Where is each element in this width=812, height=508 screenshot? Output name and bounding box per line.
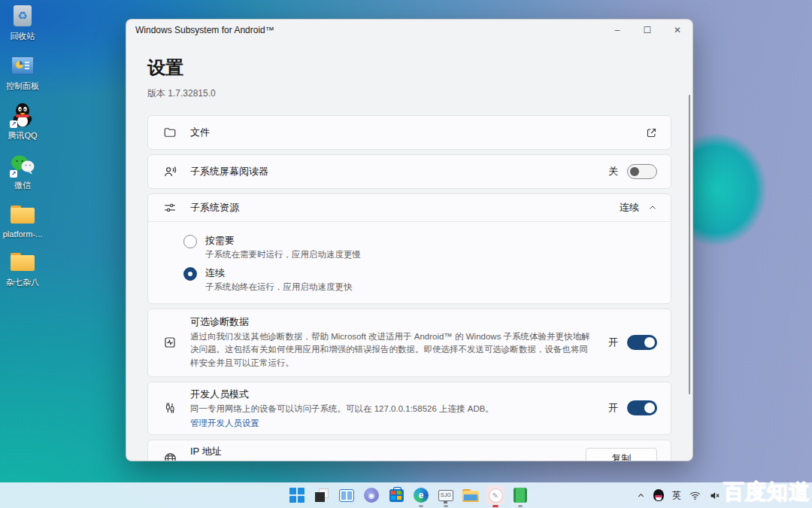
start-button[interactable]: [288, 486, 306, 504]
tray-chevron-up-icon[interactable]: [637, 491, 645, 500]
input-method-indicator[interactable]: 英: [672, 489, 681, 502]
ip-address-value: 172.18.214.42: [190, 460, 246, 461]
sliders-icon: [162, 199, 178, 216]
watermark: 百度知道: [723, 478, 810, 506]
desktop-icon-label: 腾讯QQ: [8, 130, 37, 141]
folder-icon: [10, 249, 35, 275]
diagnostic-desc: 通过向我们发送其他诊断数据，帮助 Microsoft 改进适用于 Android…: [190, 330, 596, 370]
globe-icon: [162, 451, 178, 461]
themed-app-icon[interactable]: [313, 486, 331, 504]
developer-mode-label: 开发人员模式: [190, 388, 494, 401]
developer-mode-icon: [162, 400, 178, 416]
ip-address-label: IP 地址: [190, 445, 246, 458]
desktop: ♻ 回收站 控制面板 ↗ 腾讯QQ ↗ 微信: [0, 0, 812, 508]
recycle-bin-icon: ♻: [10, 3, 35, 29]
wechat-icon: ↗: [10, 152, 35, 178]
diagnostic-state: 开: [608, 336, 618, 349]
folder-icon: [10, 202, 35, 227]
maximize-button[interactable]: ☐: [632, 20, 662, 41]
desktop-icon-wechat[interactable]: ↗ 微信: [2, 152, 44, 191]
copy-button[interactable]: 复制: [586, 448, 657, 461]
desktop-icon-control-panel[interactable]: 控制面板: [2, 53, 44, 92]
desktop-icon-label: 回收站: [11, 31, 35, 42]
window-scrollbar[interactable]: [689, 95, 690, 394]
files-label: 文件: [190, 126, 210, 139]
card-diagnostic-data: 可选诊断数据 通过向我们发送其他诊断数据，帮助 Microsoft 改进适用于 …: [147, 309, 671, 377]
subsystem-resources-label: 子系统资源: [190, 201, 239, 214]
tray-qq-icon[interactable]: [653, 489, 664, 501]
radio-unchecked-icon[interactable]: [183, 235, 197, 248]
subsystem-resources-options: 按需要 子系统在需要时运行，应用启动速度更慢 连续 子系统始终在运行，应用启动速…: [148, 221, 671, 303]
taskbar: ◉ e S⅃G ✎ 英: [0, 482, 812, 508]
file-explorer-icon[interactable]: [462, 486, 480, 504]
edge-browser-icon[interactable]: e: [412, 486, 430, 504]
manage-developer-settings-link[interactable]: 管理开发人员设置: [190, 418, 494, 429]
qq-penguin-icon: ↗: [10, 102, 35, 128]
screen-capture-app-icon[interactable]: S⅃G: [437, 486, 455, 504]
subsystem-resources-value: 连续: [620, 201, 639, 214]
control-panel-icon: [10, 53, 35, 78]
card-subsystem-resources: 子系统资源 连续 按需要 子系统在需要时运行，应用启动速度更慢: [147, 193, 671, 304]
card-screen-reader: 子系统屏幕阅读器 关: [147, 154, 671, 189]
subsystem-resources-header[interactable]: 子系统资源 连续: [148, 194, 671, 221]
active-sketch-app-icon[interactable]: ✎: [486, 486, 504, 504]
desktop-icon-label: 控制面板: [6, 81, 39, 92]
window-title: Windows Subsystem for Android™: [135, 25, 274, 35]
chat-icon[interactable]: ◉: [362, 486, 380, 504]
card-developer-mode: 开发人员模式 同一专用网络上的设备可以访问子系统。可以在 127.0.0.1:5…: [147, 382, 671, 435]
minimize-button[interactable]: –: [602, 20, 632, 41]
desktop-icon-recycle-bin[interactable]: ♻ 回收站: [2, 3, 44, 42]
option-label: 连续: [205, 266, 353, 280]
shortcut-arrow-icon: ↗: [10, 120, 17, 128]
card-ip-address: IP 地址 172.18.214.42 复制: [147, 440, 671, 461]
desktop-icon-misc-folder[interactable]: 杂七杂八: [2, 249, 44, 288]
chevron-up-icon[interactable]: [648, 203, 657, 212]
wifi-icon[interactable]: [689, 491, 701, 500]
desktop-icon-column: ♻ 回收站 控制面板 ↗ 腾讯QQ ↗ 微信: [2, 3, 44, 288]
desktop-icon-qq[interactable]: ↗ 腾讯QQ: [2, 102, 44, 141]
external-link-icon: [646, 127, 657, 138]
developer-mode-desc: 同一专用网络上的设备可以访问子系统。可以在 127.0.0.1:58526 上连…: [190, 403, 494, 416]
desktop-icon-label: 微信: [14, 180, 31, 191]
desktop-icon-label: platform-...: [3, 230, 43, 239]
option-desc: 子系统始终在运行，应用启动速度更快: [205, 281, 353, 294]
window-titlebar[interactable]: Windows Subsystem for Android™ – ☐ ✕: [126, 20, 692, 41]
option-desc: 子系统在需要时运行，应用启动速度更慢: [205, 248, 361, 262]
green-app-icon[interactable]: [511, 486, 529, 504]
version-label: 版本 1.7.32815.0: [147, 87, 671, 100]
desktop-icon-label: 杂七杂八: [6, 277, 39, 288]
screen-reader-label: 子系统屏幕阅读器: [190, 165, 268, 178]
radio-checked-icon[interactable]: [183, 267, 197, 281]
diagnostic-icon: [162, 334, 178, 351]
diagnostic-label: 可选诊断数据: [190, 315, 596, 329]
card-files[interactable]: 文件: [147, 115, 671, 150]
diagnostic-toggle[interactable]: [627, 335, 657, 350]
microsoft-store-icon[interactable]: [387, 486, 405, 504]
radio-option-on-demand[interactable]: 按需要 子系统在需要时运行，应用启动速度更慢: [183, 234, 657, 262]
radio-option-continuous[interactable]: 连续 子系统始终在运行，应用启动速度更快: [183, 266, 657, 294]
wsa-settings-window: Windows Subsystem for Android™ – ☐ ✕ 设置 …: [126, 19, 693, 461]
shortcut-arrow-icon: ↗: [10, 170, 17, 178]
desktop-icon-platform-folder[interactable]: platform-...: [2, 202, 44, 239]
volume-muted-icon[interactable]: [709, 491, 720, 500]
folder-icon: [162, 124, 178, 141]
screen-reader-state: 关: [608, 165, 618, 178]
option-label: 按需要: [205, 234, 361, 248]
developer-mode-toggle[interactable]: [627, 400, 657, 415]
screen-reader-toggle[interactable]: [627, 164, 657, 179]
close-button[interactable]: ✕: [662, 20, 692, 41]
screen-reader-icon: [162, 163, 178, 180]
developer-mode-state: 开: [608, 401, 618, 415]
task-view-button[interactable]: [338, 486, 356, 504]
page-title: 设置: [147, 56, 671, 80]
